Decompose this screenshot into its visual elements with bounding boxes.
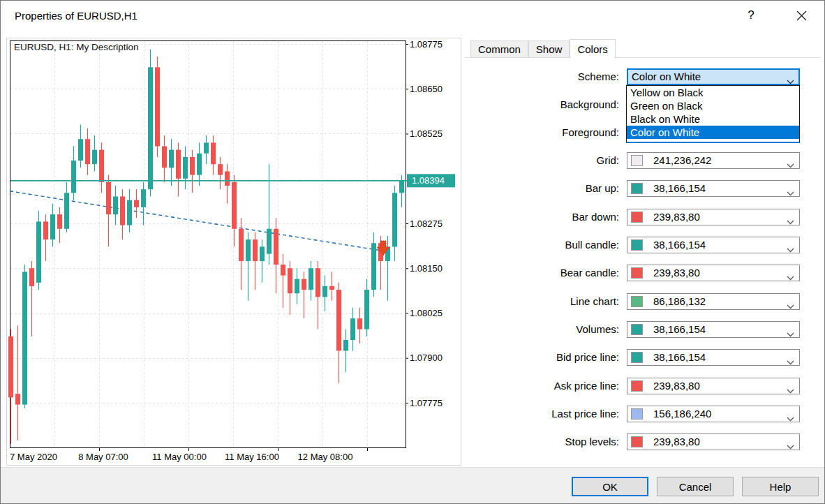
foreground-label: Foreground: <box>465 124 619 141</box>
question-mark-icon: ? <box>748 8 754 22</box>
color-swatch <box>631 155 643 166</box>
color-swatch <box>631 267 643 279</box>
chevron-down-icon <box>787 158 794 170</box>
close-icon <box>796 10 807 21</box>
chevron-down-icon <box>787 440 794 452</box>
grid-label: Grid: <box>465 152 619 169</box>
chevron-down-icon <box>787 384 794 396</box>
color-value: 241,236,242 <box>653 153 711 168</box>
bid-price-line-select[interactable]: 38,166,154 <box>627 349 800 366</box>
chevron-down-icon <box>787 327 794 339</box>
svg-text:11 May 16:00: 11 May 16:00 <box>225 452 279 462</box>
bar-down-label: Bar down: <box>465 209 619 225</box>
svg-text:1.07775: 1.07775 <box>410 398 443 408</box>
svg-text:1.08525: 1.08525 <box>410 128 443 139</box>
last-price-line-select[interactable]: 156,186,240 <box>627 406 800 422</box>
color-value: 38,166,154 <box>653 322 706 337</box>
scheme-dropdown-list: Yellow on BlackGreen on BlackBlack on Wh… <box>626 85 800 143</box>
svg-text:1.08650: 1.08650 <box>410 84 443 94</box>
volumes-label: Volumes: <box>465 321 619 338</box>
bid-price-line-label: Bid price line: <box>465 349 619 366</box>
svg-text:12 May 08:00: 12 May 08:00 <box>298 452 353 462</box>
color-swatch <box>631 296 643 307</box>
bid-price-tag-text: 1.08394 <box>412 175 445 186</box>
scheme-label: Scheme: <box>465 68 619 85</box>
chart-preview-panel: EURUSD, H1: My Description1.087751.08650… <box>1 32 465 472</box>
grid-select[interactable]: 241,236,242 <box>627 152 800 169</box>
color-value: 239,83,80 <box>653 209 700 225</box>
chevron-down-icon <box>787 215 794 227</box>
stop-levels-label: Stop levels: <box>465 433 619 450</box>
color-swatch <box>631 352 643 363</box>
ask-price-line-label: Ask price line: <box>465 378 619 394</box>
title-bar: Properties of EURUSD,H1 ? <box>1 1 824 32</box>
ask-price-line-select[interactable]: 239,83,80 <box>627 378 800 394</box>
color-value: 239,83,80 <box>653 378 700 394</box>
color-swatch <box>631 239 643 251</box>
color-swatch <box>631 324 643 335</box>
volumes-select[interactable]: 38,166,154 <box>627 321 800 338</box>
line-chart-label: Line chart: <box>465 293 619 310</box>
color-value: 156,186,240 <box>653 406 711 422</box>
bar-up-select[interactable]: 38,166,154 <box>627 180 800 197</box>
tab-divider <box>465 57 820 58</box>
chevron-down-icon <box>787 186 794 198</box>
chevron-down-icon <box>787 271 794 283</box>
color-value: 239,83,80 <box>653 265 700 281</box>
tab-bar: CommonShowColors <box>470 39 616 58</box>
svg-text:7 May 2020: 7 May 2020 <box>10 452 57 462</box>
tab-common[interactable]: Common <box>470 40 528 58</box>
svg-text:1.07900: 1.07900 <box>410 353 443 363</box>
svg-text:1.08150: 1.08150 <box>410 263 443 274</box>
ok-button[interactable]: OK <box>572 477 648 496</box>
line-chart-select[interactable]: 86,186,132 <box>627 293 800 310</box>
color-value: 38,166,154 <box>653 350 706 365</box>
bull-candle-label: Bull candle: <box>465 237 619 253</box>
dropdown-option-black-on-white[interactable]: Black on White <box>627 112 799 126</box>
properties-dialog: Properties of EURUSD,H1 ? EURUSD, H1: My… <box>0 0 825 504</box>
last-price-line-label: Last price line: <box>465 406 619 422</box>
color-value: 38,166,154 <box>653 181 706 196</box>
color-value: 239,83,80 <box>653 434 700 450</box>
time-axis: 7 May 20208 May 07:0011 May 00:0011 May … <box>10 447 368 462</box>
cancel-button[interactable]: Cancel <box>657 477 734 496</box>
svg-text:1.08775: 1.08775 <box>410 39 443 50</box>
svg-text:1.08025: 1.08025 <box>410 308 443 318</box>
scheme-select[interactable]: Color on White <box>627 68 800 85</box>
chart-preview: EURUSD, H1: My Description1.087751.08650… <box>1 32 465 472</box>
dialog-title: Properties of EURUSD,H1 <box>15 10 138 22</box>
tab-colors[interactable]: Colors <box>570 39 615 58</box>
background-label: Background: <box>465 96 619 113</box>
help-titlebar-button[interactable]: ? <box>735 1 767 30</box>
price-axis: 1.087751.086501.085251.082751.081501.080… <box>406 39 443 408</box>
footer-bar: OK Cancel Help <box>1 467 824 504</box>
dropdown-option-yellow-on-black[interactable]: Yellow on Black <box>627 86 799 99</box>
chevron-down-icon <box>787 412 794 424</box>
svg-text:8 May 07:00: 8 May 07:00 <box>78 452 128 462</box>
chevron-down-icon <box>787 299 794 311</box>
chart-symbol-title: EURUSD, H1: My Description <box>14 42 139 52</box>
dropdown-option-color-on-white[interactable]: Color on White <box>627 126 799 139</box>
color-swatch <box>631 436 643 447</box>
svg-text:1.08275: 1.08275 <box>410 218 443 229</box>
color-swatch <box>631 408 643 420</box>
dropdown-option-green-on-black[interactable]: Green on Black <box>627 99 799 112</box>
tab-show[interactable]: Show <box>528 40 570 58</box>
color-swatch <box>631 183 643 194</box>
stop-levels-select[interactable]: 239,83,80 <box>627 433 800 450</box>
bear-candle-select[interactable]: 239,83,80 <box>627 265 800 281</box>
scheme-value: Color on White <box>632 69 701 84</box>
color-swatch <box>631 380 643 392</box>
help-button[interactable]: Help <box>742 477 819 496</box>
chevron-down-icon <box>787 243 794 255</box>
bear-candle-label: Bear candle: <box>465 265 619 281</box>
close-button[interactable] <box>785 1 817 30</box>
color-swatch <box>631 212 643 223</box>
bar-up-label: Bar up: <box>465 180 619 197</box>
svg-text:11 May 00:00: 11 May 00:00 <box>152 452 207 462</box>
chevron-down-icon <box>787 355 794 367</box>
bull-candle-select[interactable]: 38,166,154 <box>627 237 800 253</box>
plot-frame <box>10 41 406 448</box>
color-value: 38,166,154 <box>653 237 706 253</box>
bar-down-select[interactable]: 239,83,80 <box>627 209 800 225</box>
